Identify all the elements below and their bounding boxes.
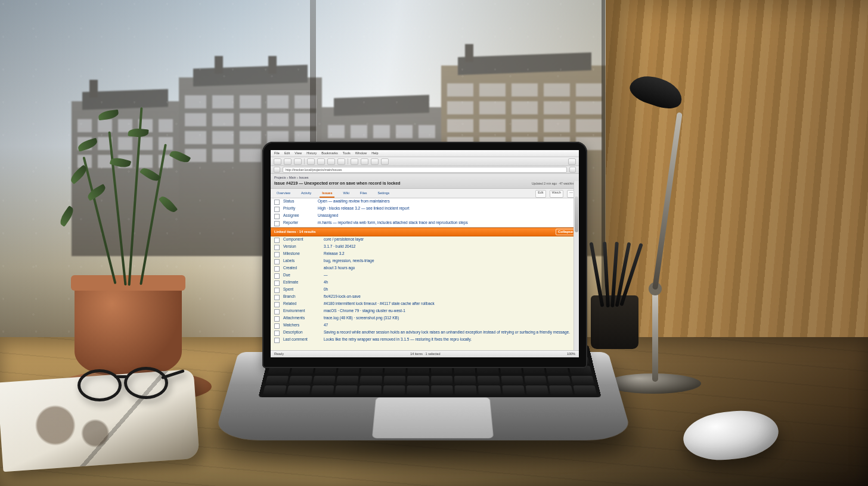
row-label: Labels	[283, 258, 320, 263]
row-checkbox[interactable]	[274, 252, 280, 257]
tab-settings[interactable]: Settings	[375, 190, 392, 198]
row-checkbox[interactable]	[274, 331, 280, 336]
row-value: Release 3.2	[324, 251, 345, 256]
menubar-item[interactable]: View	[294, 151, 302, 155]
row-label: Status	[283, 199, 314, 204]
row-label: Related	[283, 301, 320, 306]
shield-icon	[274, 167, 280, 173]
list-row[interactable]: Spent0h	[271, 286, 579, 294]
list-row[interactable]: Due—	[271, 272, 579, 279]
os-menubar[interactable]: File Edit View History Bookmarks Tools W…	[271, 150, 579, 157]
row-checkbox[interactable]	[274, 238, 280, 243]
list-row[interactable]: AssigneeUnassigned	[271, 213, 579, 220]
home-button[interactable]	[307, 158, 315, 165]
row-checkbox[interactable]	[274, 259, 280, 264]
cut-button[interactable]	[361, 158, 368, 165]
watch-button[interactable]: Watch	[550, 190, 563, 198]
menubar-item[interactable]: History	[306, 151, 317, 155]
list-row[interactable]: Last commentLooks like the retry wrapper…	[271, 337, 579, 344]
list-row[interactable]: Branchfix/4219-lock-on-save	[271, 294, 579, 301]
save-button[interactable]	[337, 158, 345, 165]
row-checkbox[interactable]	[274, 221, 280, 226]
tab-issues[interactable]: Issues	[320, 190, 334, 198]
list-row[interactable]: Labelsbug, regression, needs-triage	[271, 258, 579, 265]
menubar-item[interactable]: Tools	[343, 151, 351, 155]
list-row[interactable]: Estimate4h	[271, 279, 579, 286]
row-checkbox[interactable]	[274, 200, 280, 205]
section-header-bar[interactable]: Linked items · 14 results Collapse	[271, 228, 579, 236]
list-row[interactable]: Related#4180 intermittent lock timeout ·…	[271, 301, 579, 308]
list-row[interactable]: StatusOpen — awaiting review from mainta…	[271, 198, 579, 205]
row-value: Open — awaiting review from maintainers	[318, 199, 390, 204]
address-bar	[271, 166, 579, 174]
bookmark-icon[interactable]	[569, 167, 576, 173]
menubar-item[interactable]: Window	[355, 151, 367, 155]
list-row[interactable]: DescriptionSaving a record while another…	[271, 329, 579, 337]
row-checkbox[interactable]	[274, 323, 280, 329]
row-label: Description	[283, 330, 320, 335]
address-input[interactable]	[283, 167, 567, 173]
row-label: Attachments	[283, 316, 320, 320]
list-row[interactable]: PriorityHigh · blocks release 3.2 — see …	[271, 205, 579, 213]
menubar-item[interactable]: Help	[371, 151, 378, 155]
row-value: fix/4219-lock-on-save	[324, 294, 361, 299]
status-bar: Ready 14 items · 1 selected 100%	[271, 350, 579, 357]
status-left: Ready	[274, 352, 284, 356]
row-value: Unassigned	[318, 213, 338, 218]
settings-button[interactable]	[568, 158, 576, 165]
new-button[interactable]	[317, 158, 325, 165]
row-checkbox[interactable]	[274, 302, 280, 307]
row-checkbox[interactable]	[274, 214, 280, 219]
row-value: macOS · Chrome 79 · staging cluster eu-w…	[324, 309, 405, 313]
laptop-screen: File Edit View History Bookmarks Tools W…	[271, 150, 579, 357]
details-panel: Componentcore / persistence layerVersion…	[271, 236, 579, 357]
forward-button[interactable]	[284, 158, 292, 165]
row-label: Assignee	[283, 213, 314, 218]
status-right: 100%	[567, 352, 575, 356]
breadcrumb[interactable]: Projects › Main › Issues	[274, 176, 575, 180]
list-row[interactable]: MilestoneRelease 3.2	[271, 251, 579, 258]
row-checkbox[interactable]	[274, 309, 280, 314]
copy-button[interactable]	[371, 158, 379, 165]
list-row[interactable]: Reporterm.harris — reported via web form…	[271, 220, 579, 227]
list-row[interactable]: Attachmentstrace.log (48 KB) · screensho…	[271, 315, 579, 322]
tab-wiki[interactable]: Wiki	[340, 190, 351, 198]
scrollbar-thumb[interactable]	[575, 197, 578, 232]
open-button[interactable]	[327, 158, 335, 165]
laptop-trackpad	[372, 397, 494, 438]
row-checkbox[interactable]	[274, 295, 280, 300]
row-label: Component	[283, 237, 320, 242]
row-value: 0h	[324, 287, 328, 292]
row-value: Saving a record while another session ho…	[324, 330, 570, 335]
tab-overview[interactable]: Overview	[274, 190, 293, 198]
reload-button[interactable]	[294, 158, 302, 165]
list-row[interactable]: Componentcore / persistence layer	[271, 236, 579, 244]
list-row[interactable]: EnvironmentmacOS · Chrome 79 · staging c…	[271, 308, 579, 315]
list-row[interactable]: Watchers47	[271, 322, 579, 329]
section-title: Linked items · 14 results	[274, 230, 316, 235]
back-button[interactable]	[274, 158, 281, 165]
menubar-item[interactable]: File	[274, 151, 280, 155]
row-checkbox[interactable]	[274, 316, 280, 322]
tab-files[interactable]: Files	[358, 190, 370, 198]
paste-button[interactable]	[381, 158, 389, 165]
row-checkbox[interactable]	[274, 281, 280, 286]
menubar-item[interactable]: Bookmarks	[321, 151, 338, 155]
row-checkbox[interactable]	[274, 245, 280, 250]
row-checkbox[interactable]	[274, 207, 280, 212]
menubar-item[interactable]: Edit	[284, 151, 290, 155]
row-label: Environment	[283, 309, 320, 313]
row-checkbox[interactable]	[274, 288, 280, 293]
section-collapse-button[interactable]: Collapse	[556, 229, 575, 235]
row-checkbox[interactable]	[274, 273, 280, 279]
list-row[interactable]: Createdabout 3 hours ago	[271, 265, 579, 272]
row-checkbox[interactable]	[274, 338, 280, 343]
edit-button[interactable]: Edit	[535, 190, 545, 198]
print-button[interactable]	[351, 158, 358, 165]
list-row[interactable]: Version3.1.7 · build 20412	[271, 244, 579, 251]
vertical-scrollbar[interactable]	[574, 181, 579, 351]
tab-activity[interactable]: Activity	[299, 190, 314, 198]
row-checkbox[interactable]	[274, 266, 280, 272]
laptop: File Edit View History Bookmarks Tools W…	[256, 135, 602, 468]
page-tabs: Overview Activity Issues Wiki Files Sett…	[271, 189, 579, 198]
